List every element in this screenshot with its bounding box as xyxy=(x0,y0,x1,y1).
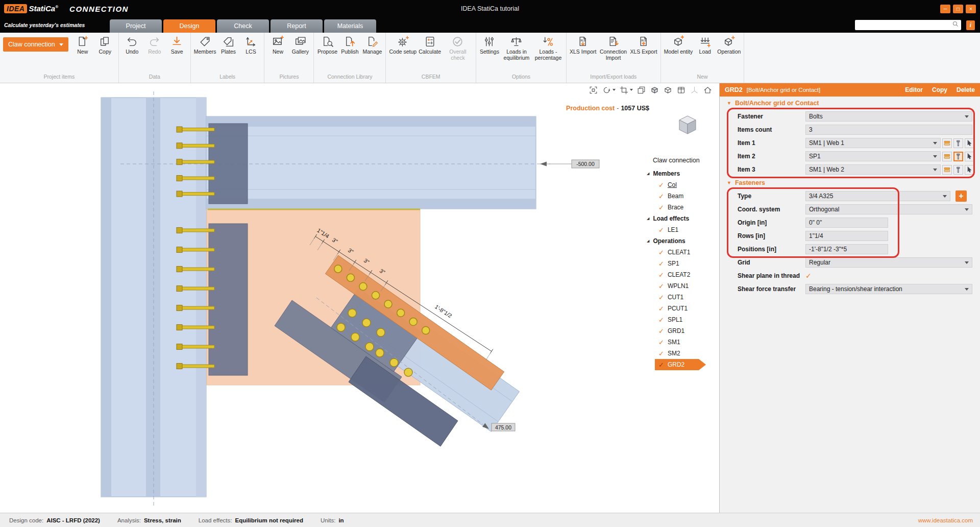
ribbon-button-lcs[interactable]: LCS xyxy=(239,34,262,56)
checkbox-checked-icon[interactable]: ✓ xyxy=(658,327,664,335)
tab-materials[interactable]: Materials xyxy=(324,19,376,33)
ribbon-button-load[interactable]: Load xyxy=(694,34,716,56)
clipping-button[interactable] xyxy=(619,84,633,95)
tree-item-cleat2[interactable]: ✓CLEAT2 xyxy=(640,269,720,280)
ribbon-button-xls-export[interactable]: XLSXLS Export xyxy=(629,34,658,56)
add-fastener-type-button[interactable]: + xyxy=(955,190,967,202)
delete-action-button[interactable]: Delete xyxy=(957,86,975,93)
checkbox-checked-icon[interactable]: ✓ xyxy=(658,316,664,324)
fastener-dropdown[interactable]: Bolts xyxy=(805,111,972,122)
tree-group-load-effects[interactable]: ◢Load effects xyxy=(640,213,720,224)
section-header-fasteners[interactable]: ▼Fasteners xyxy=(720,176,980,189)
tree-item-spl1[interactable]: ✓SPL1 xyxy=(640,314,720,325)
cube-wire-button[interactable] xyxy=(663,84,673,95)
tree-item-sm2[interactable]: ✓SM2 xyxy=(640,348,720,359)
ribbon-button-calculate[interactable]: Calculate xyxy=(418,34,442,56)
ribbon-button-new[interactable]: New xyxy=(71,34,94,56)
checkbox-checked-icon[interactable]: ✓ xyxy=(658,361,664,369)
orbit-button[interactable] xyxy=(601,84,616,95)
ribbon-button-model-entity[interactable]: Model entity xyxy=(663,34,694,56)
tab-project[interactable]: Project xyxy=(110,19,162,33)
close-button[interactable]: × xyxy=(966,5,976,13)
tree-item-pcut1[interactable]: ✓PCUT1 xyxy=(640,303,720,314)
tree-item-le1[interactable]: ✓LE1 xyxy=(640,224,720,235)
ribbon-button-redo[interactable]: Redo xyxy=(143,34,166,56)
checkbox-checked-icon[interactable]: ✓ xyxy=(658,193,664,200)
plate-select-button[interactable] xyxy=(942,165,952,175)
ribbon-button-copy[interactable]: Copy xyxy=(94,34,116,56)
checkbox-checked-icon[interactable]: ✓ xyxy=(658,260,664,268)
tree-item-sp1[interactable]: ✓SP1 xyxy=(640,258,720,269)
checkbox-checked-icon[interactable]: ✓ xyxy=(658,249,664,256)
item-3-dropdown[interactable]: SM1 | Web 2 xyxy=(805,164,941,175)
fit-view-button[interactable] xyxy=(588,84,599,95)
ribbon-button-manage[interactable]: Manage xyxy=(361,34,383,56)
tab-check[interactable]: Check xyxy=(217,19,269,33)
type-dropdown[interactable]: 3/4 A325 xyxy=(805,191,950,201)
ribbon-button-undo[interactable]: Undo xyxy=(121,34,143,56)
checkbox-checked-icon[interactable]: ✓ xyxy=(658,294,664,301)
tree-item-beam[interactable]: ✓Beam xyxy=(640,190,720,202)
tree-group-members[interactable]: ◢Members xyxy=(640,168,720,179)
tree-item-sm1[interactable]: ✓SM1 xyxy=(640,337,720,348)
home-button[interactable] xyxy=(702,84,713,95)
copy-action-button[interactable]: Copy xyxy=(932,86,947,93)
ribbon-button-loads-percentage[interactable]: Loads - percentage xyxy=(532,34,564,62)
checkbox-checked-icon[interactable]: ✓ xyxy=(658,339,664,346)
item-1-dropdown[interactable]: SM1 | Web 1 xyxy=(805,138,941,148)
tree-item-grd2[interactable]: ✓GRD2 xyxy=(655,359,706,370)
ribbon-button-loads-in-equilibrium[interactable]: Loads in equilibrium xyxy=(501,34,532,62)
shear-plane-in-thread-checkbox[interactable]: ✓ xyxy=(805,272,812,280)
search-input[interactable] xyxy=(857,21,952,29)
ribbon-button-operation[interactable]: Operation xyxy=(716,34,742,56)
views-book-button[interactable] xyxy=(676,84,687,95)
editor-action-button[interactable]: Editor xyxy=(905,86,923,93)
shear-force-transfer-dropdown[interactable]: Bearing - tension/shear interaction xyxy=(805,284,972,294)
bolt-select-button[interactable] xyxy=(953,138,963,148)
items-count-input[interactable]: 3 xyxy=(805,125,972,135)
ribbon-button-overall-check[interactable]: Overall check xyxy=(442,34,474,62)
checkbox-checked-icon[interactable]: ✓ xyxy=(658,226,664,234)
bolt-select-button[interactable] xyxy=(953,165,963,175)
ribbon-button-propose[interactable]: Propose xyxy=(316,34,338,56)
tree-item-wpln1[interactable]: ✓WPLN1 xyxy=(640,280,720,292)
checkbox-checked-icon[interactable]: ✓ xyxy=(658,282,664,290)
plate-select-button[interactable] xyxy=(942,152,952,161)
grid-dropdown[interactable]: Regular xyxy=(805,257,972,268)
maximize-button[interactable]: □ xyxy=(953,5,963,13)
beam-member[interactable] xyxy=(206,116,536,209)
checkbox-checked-icon[interactable]: ✓ xyxy=(658,350,664,357)
axes-button[interactable] xyxy=(689,84,700,95)
connection-launcher-button[interactable]: Claw connection xyxy=(3,37,68,52)
tree-item-brace[interactable]: ✓Brace xyxy=(640,202,720,213)
search-box[interactable] xyxy=(855,20,961,30)
cursor-select-button[interactable] xyxy=(965,138,974,148)
tree-item-cut1[interactable]: ✓CUT1 xyxy=(640,292,720,303)
tab-design[interactable]: Design xyxy=(163,19,215,33)
ribbon-button-save[interactable]: Save xyxy=(166,34,188,56)
ribbon-button-code-setup[interactable]: Code setup xyxy=(388,34,418,56)
tree-item-col[interactable]: ✓Col xyxy=(640,179,720,190)
rows-in-input[interactable]: 1"1/4 xyxy=(805,231,888,241)
cube-solid-button[interactable] xyxy=(649,84,660,95)
ribbon-button-xls-import[interactable]: XLSXLS Import xyxy=(569,34,598,56)
model-canvas[interactable]: 475.00 -500.00 xyxy=(0,83,720,513)
checkbox-checked-icon[interactable]: ✓ xyxy=(658,181,664,189)
ribbon-button-members[interactable]: Members xyxy=(193,34,217,56)
item-2-dropdown[interactable]: SP1 xyxy=(805,151,941,161)
website-link[interactable]: www.ideastatica.com xyxy=(918,517,973,523)
checkbox-checked-icon[interactable]: ✓ xyxy=(658,271,664,279)
coord-system-dropdown[interactable]: Orthogonal xyxy=(805,204,972,214)
cleat2-plate[interactable] xyxy=(209,224,248,375)
checkbox-checked-icon[interactable]: ✓ xyxy=(658,204,664,211)
tree-item-grd1[interactable]: ✓GRD1 xyxy=(640,325,720,337)
ribbon-button-new[interactable]: New xyxy=(266,34,289,56)
model-viewport[interactable]: 475.00 -500.00 xyxy=(0,83,720,513)
info-button[interactable]: i xyxy=(966,20,975,30)
positions-in-input[interactable]: -1'-8"1/2 -3"*5 xyxy=(805,244,888,254)
ribbon-button-gallery[interactable]: Gallery xyxy=(289,34,311,56)
ribbon-button-settings[interactable]: Settings xyxy=(478,34,501,56)
plate-select-button[interactable] xyxy=(942,138,952,148)
ribbon-button-publish[interactable]: Publish xyxy=(338,34,361,56)
origin-in-input[interactable]: 0" 0" xyxy=(805,218,888,228)
